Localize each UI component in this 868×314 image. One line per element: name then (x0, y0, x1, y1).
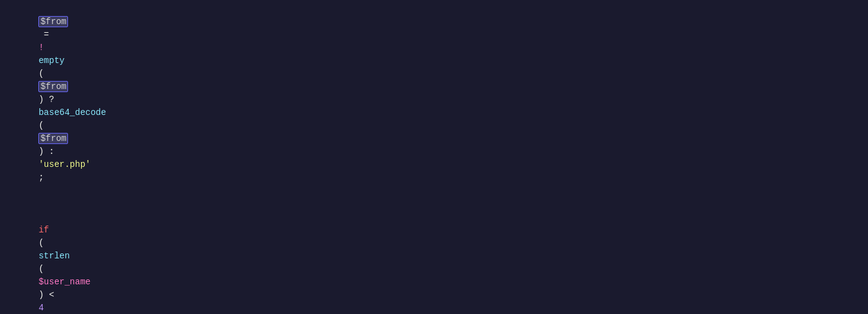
code-line-blank (0, 197, 868, 211)
code-line-3: if ( strlen ( $user_name ) < 4 || strlen… (0, 211, 868, 314)
code-line-1: $from = ! empty ( $from ) ? base64_decod… (0, 2, 868, 197)
var-highlight: $from (38, 16, 68, 27)
code-editor: $from = ! empty ( $from ) ? base64_decod… (0, 0, 868, 314)
